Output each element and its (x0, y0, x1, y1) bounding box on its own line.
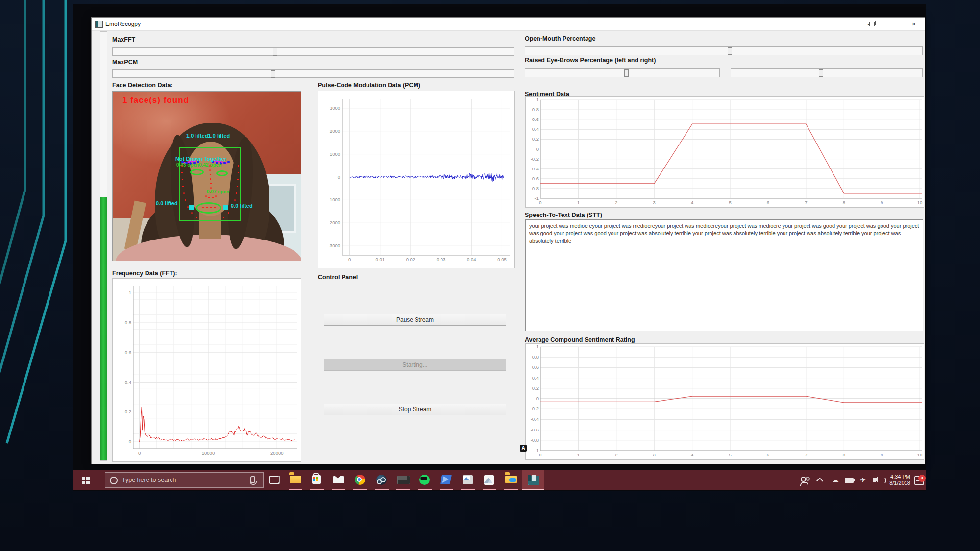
task-view-icon (270, 476, 280, 484)
svg-text:0.01: 0.01 (375, 257, 385, 262)
left-brow-slider[interactable] (525, 68, 720, 77)
clock-date: 8/1/2018 (882, 480, 910, 486)
svg-text:0.02: 0.02 (406, 257, 416, 262)
svg-text:0.6: 0.6 (532, 117, 539, 122)
taskbar-search-box[interactable]: Type here to search (105, 472, 264, 488)
annotation-a-badge: A (520, 445, 527, 452)
avg-chart-label: Average Compound Sentiment Rating (525, 336, 635, 343)
left-brow-slider-thumb[interactable] (624, 69, 629, 77)
battery-icon (845, 478, 854, 483)
maxfft-slider[interactable] (112, 47, 514, 56)
svg-text:0.8: 0.8 (532, 354, 539, 359)
svg-text:-0.4: -0.4 (531, 416, 539, 422)
svg-text:0.2: 0.2 (125, 409, 131, 414)
left-contour-dots (181, 165, 183, 167)
emorecogpy-taskbar-button[interactable] (522, 470, 544, 490)
svg-text:0.4: 0.4 (125, 380, 131, 385)
svg-text:0: 0 (539, 452, 541, 457)
svg-text:8: 8 (843, 200, 845, 205)
right-eye-outline (216, 170, 228, 176)
chrome-button[interactable] (349, 470, 371, 490)
maxfft-slider-thumb[interactable] (273, 48, 277, 56)
windows-logo-icon (82, 477, 85, 480)
display-app-button[interactable] (392, 470, 414, 490)
brow-lift-top-text: 1.0 lifted1.0 lifted (186, 133, 230, 139)
svg-text:9: 9 (881, 200, 883, 205)
show-hidden-icons-button[interactable] (813, 470, 826, 490)
visual-studio-button[interactable] (436, 470, 457, 490)
svg-text:0.03: 0.03 (437, 257, 446, 262)
file-explorer-button[interactable] (285, 470, 306, 490)
stop-stream-button[interactable]: Stop Stream (324, 404, 506, 415)
title-bar[interactable]: EmoRecogpy – × (92, 18, 925, 31)
taskbar-clock[interactable]: 4:34 PM 8/1/2018 (882, 474, 910, 486)
microphone-icon[interactable] (250, 476, 255, 483)
maxpcm-slider-thumb[interactable] (271, 70, 275, 78)
cloud-icon: ☁ (829, 470, 842, 490)
start-button[interactable] (74, 470, 96, 490)
maximize-button[interactable] (882, 18, 903, 30)
svg-text:0: 0 (338, 174, 340, 180)
svg-text:10: 10 (917, 200, 923, 205)
svg-text:6: 6 (767, 200, 769, 205)
faces-found-text: 1 face(s) found (122, 96, 189, 105)
mouth-slider-label: Open-Mouth Percentage (525, 35, 595, 42)
svg-text:0.6: 0.6 (125, 350, 131, 355)
battery-tray-button[interactable] (843, 470, 856, 490)
stt-textbox[interactable]: your project was mediocreyour project wa… (525, 219, 923, 331)
store-button[interactable] (306, 470, 328, 490)
action-center-button[interactable]: 4 (912, 470, 925, 490)
right-brow-slider[interactable] (731, 68, 923, 77)
taskbar: Type here to search ☁ ✈ 4:34 PM 8/1/2018 (73, 470, 926, 490)
steam-icon (376, 475, 387, 485)
mail-button[interactable] (328, 470, 349, 490)
svg-text:0.2: 0.2 (532, 385, 539, 391)
svg-text:6: 6 (767, 452, 769, 457)
mouth-corner-right-marker (223, 205, 228, 210)
avg-sentiment-chart: 01234567891010.80.60.40.20-0.2-0.4-0.6-0… (525, 343, 924, 460)
mouth-slider-thumb[interactable] (728, 47, 732, 55)
svg-text:0.4: 0.4 (532, 375, 539, 381)
task-view-button[interactable] (263, 470, 285, 490)
stt-text: your project was mediocreyour project wa… (529, 223, 919, 244)
mouth-outline (196, 202, 221, 214)
people-tray-button[interactable] (797, 470, 809, 490)
right-brow-slider-thumb[interactable] (819, 69, 823, 77)
svg-text:0: 0 (539, 200, 541, 205)
pcm-chart-label: Pulse-Code Modulation Data (PCM) (318, 82, 420, 89)
file-explorer-icon (290, 476, 301, 483)
mail-icon (333, 476, 344, 483)
svg-text:1: 1 (577, 200, 580, 205)
svg-text:-2000: -2000 (328, 220, 340, 225)
restore-icon (869, 22, 875, 26)
app-icon (95, 21, 103, 28)
steam-button[interactable] (371, 470, 392, 490)
volume-tray-button[interactable] (870, 470, 883, 490)
svg-text:10000: 10000 (202, 450, 215, 455)
maxfft-label: MaxFFT (112, 36, 135, 43)
photo-viewer-button[interactable] (457, 470, 479, 490)
mouth-percentage-slider[interactable] (525, 46, 923, 55)
emorecogpy-icon (528, 476, 539, 485)
svg-text:1000: 1000 (330, 151, 340, 157)
svg-text:9: 9 (881, 452, 883, 457)
clock-time: 4:34 PM (882, 474, 910, 480)
pause-stream-button[interactable]: Pause Stream (324, 314, 506, 326)
svg-text:3000: 3000 (330, 105, 340, 111)
audio-level-meter (100, 31, 107, 461)
photos-button[interactable] (479, 470, 500, 490)
spotify-button[interactable] (414, 470, 436, 490)
maxpcm-slider[interactable] (112, 69, 514, 78)
onedrive-tray-button[interactable]: ☁ (829, 470, 842, 490)
close-button[interactable]: × (903, 18, 925, 30)
onedrive-folder-button[interactable] (500, 470, 522, 490)
svg-text:-1000: -1000 (328, 197, 340, 202)
svg-text:3: 3 (653, 200, 656, 205)
svg-text:0: 0 (348, 257, 351, 262)
svg-text:-0.2: -0.2 (531, 406, 539, 411)
mouth-landmark-dots (202, 207, 204, 208)
search-placeholder: Type here to search (122, 477, 176, 483)
svg-text:0: 0 (129, 439, 131, 444)
fft-chart: 0100002000010.80.60.40.20 (112, 278, 301, 462)
airplane-mode-tray-button[interactable]: ✈ (857, 470, 869, 490)
